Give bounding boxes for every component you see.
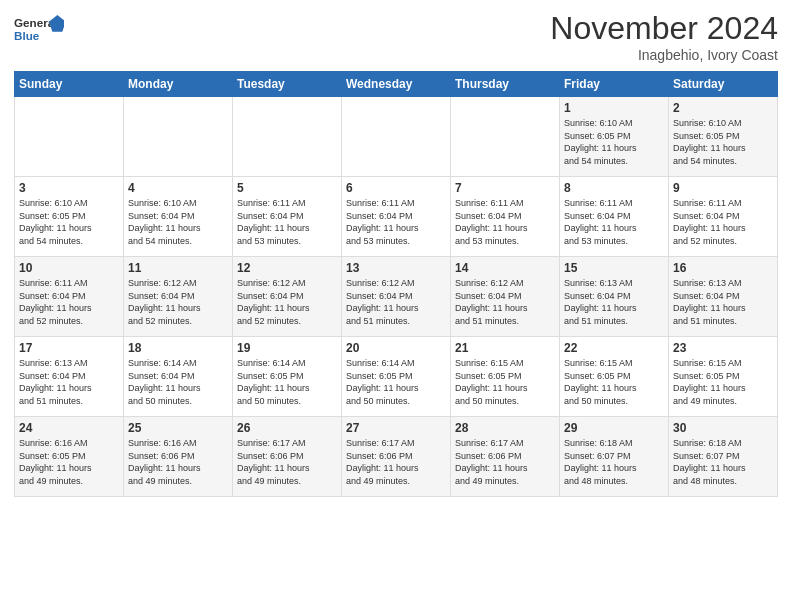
cell-w3-d4: 13Sunrise: 6:12 AM Sunset: 6:04 PM Dayli… (342, 257, 451, 337)
logo-svg: General Blue (14, 10, 64, 50)
day-info: Sunrise: 6:16 AM Sunset: 6:05 PM Dayligh… (19, 437, 119, 487)
cell-w1-d5 (451, 97, 560, 177)
day-number: 4 (128, 181, 228, 195)
header-wednesday: Wednesday (342, 72, 451, 97)
cell-w1-d6: 1Sunrise: 6:10 AM Sunset: 6:05 PM Daylig… (560, 97, 669, 177)
header-monday: Monday (124, 72, 233, 97)
cell-w5-d4: 27Sunrise: 6:17 AM Sunset: 6:06 PM Dayli… (342, 417, 451, 497)
day-number: 23 (673, 341, 773, 355)
cell-w1-d1 (15, 97, 124, 177)
cell-w5-d7: 30Sunrise: 6:18 AM Sunset: 6:07 PM Dayli… (669, 417, 778, 497)
cell-w2-d2: 4Sunrise: 6:10 AM Sunset: 6:04 PM Daylig… (124, 177, 233, 257)
cell-w1-d7: 2Sunrise: 6:10 AM Sunset: 6:05 PM Daylig… (669, 97, 778, 177)
cell-w4-d5: 21Sunrise: 6:15 AM Sunset: 6:05 PM Dayli… (451, 337, 560, 417)
day-number: 22 (564, 341, 664, 355)
day-number: 30 (673, 421, 773, 435)
cell-w3-d1: 10Sunrise: 6:11 AM Sunset: 6:04 PM Dayli… (15, 257, 124, 337)
day-number: 25 (128, 421, 228, 435)
cell-w4-d3: 19Sunrise: 6:14 AM Sunset: 6:05 PM Dayli… (233, 337, 342, 417)
header-friday: Friday (560, 72, 669, 97)
day-info: Sunrise: 6:11 AM Sunset: 6:04 PM Dayligh… (564, 197, 664, 247)
day-info: Sunrise: 6:12 AM Sunset: 6:04 PM Dayligh… (455, 277, 555, 327)
cell-w4-d4: 20Sunrise: 6:14 AM Sunset: 6:05 PM Dayli… (342, 337, 451, 417)
day-number: 20 (346, 341, 446, 355)
day-number: 16 (673, 261, 773, 275)
day-info: Sunrise: 6:10 AM Sunset: 6:05 PM Dayligh… (564, 117, 664, 167)
location-subtitle: Inagbehio, Ivory Coast (550, 47, 778, 63)
cell-w2-d5: 7Sunrise: 6:11 AM Sunset: 6:04 PM Daylig… (451, 177, 560, 257)
day-info: Sunrise: 6:14 AM Sunset: 6:04 PM Dayligh… (128, 357, 228, 407)
cell-w5-d6: 29Sunrise: 6:18 AM Sunset: 6:07 PM Dayli… (560, 417, 669, 497)
cell-w4-d2: 18Sunrise: 6:14 AM Sunset: 6:04 PM Dayli… (124, 337, 233, 417)
day-info: Sunrise: 6:17 AM Sunset: 6:06 PM Dayligh… (346, 437, 446, 487)
cell-w5-d5: 28Sunrise: 6:17 AM Sunset: 6:06 PM Dayli… (451, 417, 560, 497)
day-number: 28 (455, 421, 555, 435)
cell-w3-d6: 15Sunrise: 6:13 AM Sunset: 6:04 PM Dayli… (560, 257, 669, 337)
day-number: 11 (128, 261, 228, 275)
day-info: Sunrise: 6:15 AM Sunset: 6:05 PM Dayligh… (564, 357, 664, 407)
day-info: Sunrise: 6:10 AM Sunset: 6:05 PM Dayligh… (673, 117, 773, 167)
header: General Blue November 2024 Inagbehio, Iv… (14, 10, 778, 63)
cell-w2-d3: 5Sunrise: 6:11 AM Sunset: 6:04 PM Daylig… (233, 177, 342, 257)
day-info: Sunrise: 6:13 AM Sunset: 6:04 PM Dayligh… (19, 357, 119, 407)
day-number: 13 (346, 261, 446, 275)
day-info: Sunrise: 6:12 AM Sunset: 6:04 PM Dayligh… (346, 277, 446, 327)
week-row-4: 17Sunrise: 6:13 AM Sunset: 6:04 PM Dayli… (15, 337, 778, 417)
day-info: Sunrise: 6:16 AM Sunset: 6:06 PM Dayligh… (128, 437, 228, 487)
cell-w1-d4 (342, 97, 451, 177)
day-info: Sunrise: 6:18 AM Sunset: 6:07 PM Dayligh… (673, 437, 773, 487)
day-info: Sunrise: 6:18 AM Sunset: 6:07 PM Dayligh… (564, 437, 664, 487)
cell-w3-d3: 12Sunrise: 6:12 AM Sunset: 6:04 PM Dayli… (233, 257, 342, 337)
day-number: 12 (237, 261, 337, 275)
day-number: 7 (455, 181, 555, 195)
day-info: Sunrise: 6:10 AM Sunset: 6:05 PM Dayligh… (19, 197, 119, 247)
day-info: Sunrise: 6:11 AM Sunset: 6:04 PM Dayligh… (346, 197, 446, 247)
day-info: Sunrise: 6:13 AM Sunset: 6:04 PM Dayligh… (564, 277, 664, 327)
cell-w1-d2 (124, 97, 233, 177)
calendar-body: 1Sunrise: 6:10 AM Sunset: 6:05 PM Daylig… (15, 97, 778, 497)
logo: General Blue (14, 10, 64, 50)
day-number: 6 (346, 181, 446, 195)
header-saturday: Saturday (669, 72, 778, 97)
day-info: Sunrise: 6:11 AM Sunset: 6:04 PM Dayligh… (455, 197, 555, 247)
day-info: Sunrise: 6:11 AM Sunset: 6:04 PM Dayligh… (673, 197, 773, 247)
week-row-5: 24Sunrise: 6:16 AM Sunset: 6:05 PM Dayli… (15, 417, 778, 497)
day-number: 17 (19, 341, 119, 355)
header-thursday: Thursday (451, 72, 560, 97)
day-number: 29 (564, 421, 664, 435)
day-number: 15 (564, 261, 664, 275)
calendar-table: SundayMondayTuesdayWednesdayThursdayFrid… (14, 71, 778, 497)
day-number: 19 (237, 341, 337, 355)
day-number: 1 (564, 101, 664, 115)
day-number: 8 (564, 181, 664, 195)
week-row-1: 1Sunrise: 6:10 AM Sunset: 6:05 PM Daylig… (15, 97, 778, 177)
cell-w2-d7: 9Sunrise: 6:11 AM Sunset: 6:04 PM Daylig… (669, 177, 778, 257)
title-block: November 2024 Inagbehio, Ivory Coast (550, 10, 778, 63)
day-number: 3 (19, 181, 119, 195)
day-number: 24 (19, 421, 119, 435)
cell-w3-d5: 14Sunrise: 6:12 AM Sunset: 6:04 PM Dayli… (451, 257, 560, 337)
day-info: Sunrise: 6:11 AM Sunset: 6:04 PM Dayligh… (237, 197, 337, 247)
svg-text:Blue: Blue (14, 29, 40, 42)
week-row-2: 3Sunrise: 6:10 AM Sunset: 6:05 PM Daylig… (15, 177, 778, 257)
day-number: 2 (673, 101, 773, 115)
day-info: Sunrise: 6:11 AM Sunset: 6:04 PM Dayligh… (19, 277, 119, 327)
day-number: 5 (237, 181, 337, 195)
cell-w4-d6: 22Sunrise: 6:15 AM Sunset: 6:05 PM Dayli… (560, 337, 669, 417)
day-info: Sunrise: 6:12 AM Sunset: 6:04 PM Dayligh… (128, 277, 228, 327)
week-row-3: 10Sunrise: 6:11 AM Sunset: 6:04 PM Dayli… (15, 257, 778, 337)
day-number: 26 (237, 421, 337, 435)
cell-w1-d3 (233, 97, 342, 177)
day-info: Sunrise: 6:13 AM Sunset: 6:04 PM Dayligh… (673, 277, 773, 327)
day-info: Sunrise: 6:17 AM Sunset: 6:06 PM Dayligh… (455, 437, 555, 487)
header-tuesday: Tuesday (233, 72, 342, 97)
cell-w3-d2: 11Sunrise: 6:12 AM Sunset: 6:04 PM Dayli… (124, 257, 233, 337)
day-info: Sunrise: 6:15 AM Sunset: 6:05 PM Dayligh… (455, 357, 555, 407)
month-title: November 2024 (550, 10, 778, 47)
cell-w5-d2: 25Sunrise: 6:16 AM Sunset: 6:06 PM Dayli… (124, 417, 233, 497)
day-number: 27 (346, 421, 446, 435)
day-info: Sunrise: 6:10 AM Sunset: 6:04 PM Dayligh… (128, 197, 228, 247)
cell-w2-d1: 3Sunrise: 6:10 AM Sunset: 6:05 PM Daylig… (15, 177, 124, 257)
cell-w4-d1: 17Sunrise: 6:13 AM Sunset: 6:04 PM Dayli… (15, 337, 124, 417)
header-row: SundayMondayTuesdayWednesdayThursdayFrid… (15, 72, 778, 97)
